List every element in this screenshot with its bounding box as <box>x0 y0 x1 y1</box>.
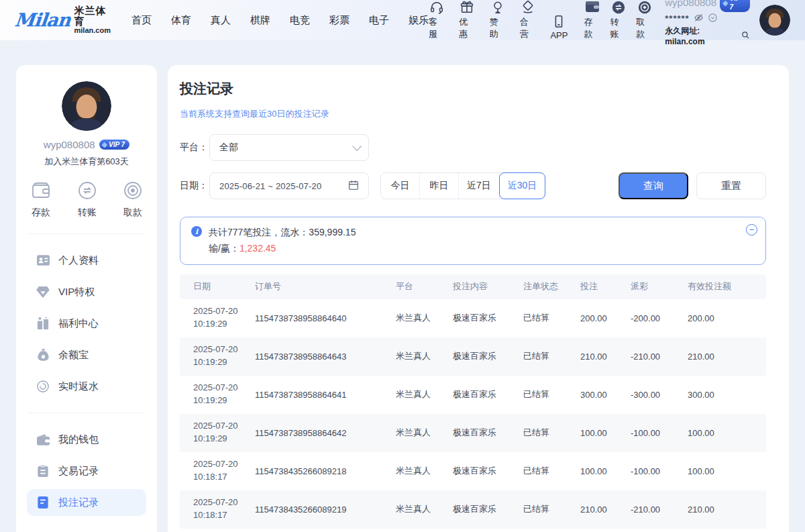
cell-platform: 米兰真人 <box>394 388 451 401</box>
topbar-username: wyp080808 <box>665 0 716 9</box>
cell-platform: 米兰真人 <box>394 350 451 362</box>
magnifier-icon[interactable] <box>741 31 750 43</box>
sidebar-item-rebate[interactable]: 实时返水 <box>27 373 146 400</box>
sidebar-divider <box>28 233 145 234</box>
sidebar-menu-group1: 个人资料 VIP特权 福利中心 余额宝 <box>27 237 146 410</box>
cell-content: 极速百家乐 <box>451 465 522 477</box>
loss-win-value: 1,232.45 <box>239 243 276 254</box>
moneybag-icon <box>36 349 50 361</box>
sidebar-item-vip[interactable]: VIP特权 <box>27 278 146 305</box>
cell-date: 2025-07-2010:19:29 <box>180 305 254 331</box>
sidebar-item-benefits[interactable]: 福利中心 <box>27 310 146 337</box>
nav-item-slots[interactable]: 电子 <box>369 14 389 27</box>
cell-content: 极速百家乐 <box>451 388 522 401</box>
phone-icon <box>551 14 566 29</box>
masked-balance: ****** <box>665 13 689 25</box>
cell-payout: -210.00 <box>629 504 686 515</box>
promotions-button[interactable]: 优惠 <box>459 0 475 40</box>
table-row[interactable]: 2025-07-2010:19:29 1154738738958864641 米… <box>180 376 766 414</box>
nav-item-esports[interactable]: 电竞 <box>290 14 310 27</box>
nav-item-sports[interactable]: 体育 <box>171 14 191 27</box>
cell-platform: 米兰真人 <box>394 465 451 477</box>
deposit-button[interactable]: 存款 <box>584 0 600 40</box>
site-logo[interactable]: Milan 米兰体育 milan.com <box>15 5 114 34</box>
table-row[interactable]: 2025-07-2010:19:29 1154738738958864643 米… <box>180 337 766 376</box>
nav-item-home[interactable]: 首页 <box>131 14 152 27</box>
sidebar-item-my-wallet[interactable]: 我的钱包 <box>27 426 146 453</box>
sidebar-transfer-button[interactable]: 转账 <box>78 181 97 219</box>
cell-order: 1154738738958864641 <box>254 390 394 400</box>
eye-off-icon[interactable] <box>694 13 704 25</box>
sidebar-item-transactions[interactable]: 交易记录 <box>27 458 146 484</box>
quick-date-last7[interactable]: 近7日 <box>459 173 500 199</box>
info-icon: i <box>191 226 202 237</box>
quick-date-last30[interactable]: 近30日 <box>499 172 546 199</box>
customer-service-button[interactable]: 客服 <box>429 0 445 40</box>
page-title: 投注记录 <box>180 80 766 98</box>
cell-bet: 100.00 <box>579 428 629 438</box>
table-row[interactable]: 2025-07-2010:19:29 1154738738958864640 米… <box>180 299 766 337</box>
topbar: Milan 米兰体育 milan.com 首页 体育 真人 棋牌 电竞 彩票 电… <box>0 0 805 40</box>
nav-item-live[interactable]: 真人 <box>211 14 231 27</box>
refresh-balance-icon[interactable] <box>708 13 718 25</box>
reset-button[interactable]: 重置 <box>696 172 766 199</box>
sidebar-deposit-button[interactable]: 存款 <box>31 181 51 219</box>
partnership-button[interactable]: 合营 <box>520 0 536 40</box>
vip-gem-icon: ◆ <box>722 0 728 7</box>
vip-icon <box>36 286 50 298</box>
deposit-icon <box>31 181 51 202</box>
transfer-icon <box>611 0 626 15</box>
vip-badge: ◆VIP 7 <box>720 0 750 12</box>
cell-date: 2025-07-2010:19:29 <box>180 343 254 369</box>
withdraw-button[interactable]: 取款 <box>636 0 653 40</box>
cell-valid: 100.00 <box>686 466 766 476</box>
headset-icon <box>429 0 444 15</box>
col-header-payout: 派彩 <box>629 280 686 292</box>
date-range-input[interactable]: 2025-06-21 ~ 2025-07-20 <box>209 172 369 199</box>
quick-date-group: 今日 昨日 近7日 近30日 <box>380 172 545 199</box>
quick-date-yesterday[interactable]: 昨日 <box>420 173 459 199</box>
table-row[interactable]: 2025-07-2010:19:29 1154738738958864642 米… <box>180 414 766 452</box>
nav-item-cards[interactable]: 棋牌 <box>250 14 270 27</box>
nav-item-entertainment[interactable]: 娱乐 <box>409 14 429 27</box>
table-row[interactable]: 2025-07-2010:18:17 1154738435266089219 米… <box>180 490 766 529</box>
col-header-valid: 有效投注额 <box>686 280 766 292</box>
summary-line2: 输/赢：1,232.45 <box>209 241 356 257</box>
cell-platform: 米兰真人 <box>394 312 451 324</box>
cell-status: 已结算 <box>522 312 579 324</box>
quick-date-today[interactable]: 今日 <box>381 173 420 199</box>
topbar-avatar[interactable] <box>759 5 790 36</box>
sidebar-divider <box>28 413 145 413</box>
transfer-icon <box>78 181 97 202</box>
sidebar-avatar[interactable] <box>62 81 111 131</box>
query-button[interactable]: 查询 <box>619 172 688 199</box>
logo-cn-text: 米兰体育 <box>74 5 114 27</box>
chevron-down-icon <box>352 142 362 151</box>
cell-payout: -100.00 <box>629 466 686 476</box>
cell-date: 2025-07-2010:18:17 <box>180 496 254 522</box>
sidebar-item-yuebao[interactable]: 余额宝 <box>27 341 146 368</box>
cell-order: 1154738738958864643 <box>254 352 394 362</box>
sidebar-withdraw-button[interactable]: 取款 <box>123 181 142 219</box>
col-header-order: 订单号 <box>254 280 394 292</box>
sidebar-item-profile[interactable]: 个人资料 <box>27 247 146 274</box>
calendar-icon <box>348 180 359 193</box>
sidebar-item-betting-records[interactable]: 投注记录 <box>27 489 146 516</box>
collapse-summary-icon[interactable]: − <box>746 224 757 235</box>
table-header-row: 日期 订单号 平台 投注内容 注单状态 投注 派彩 有效投注额 <box>180 274 766 299</box>
platform-select[interactable]: 全部 <box>209 134 369 161</box>
sponsor-button[interactable]: 赞助 <box>490 0 506 40</box>
loss-win-label: 输/赢： <box>209 243 239 254</box>
sidebar-username: wyp080808 <box>44 139 95 150</box>
col-header-status: 注单状态 <box>522 280 579 292</box>
nav-item-lottery[interactable]: 彩票 <box>329 14 350 27</box>
logo-script-text: Milan <box>13 9 71 30</box>
date-range-value: 2025-06-21 ~ 2025-07-20 <box>219 181 348 191</box>
table-row[interactable]: 2025-07-2010:18:17 1154738435266089218 米… <box>180 452 766 490</box>
transfer-button[interactable]: 转账 <box>610 0 627 40</box>
cell-valid: 100.00 <box>686 428 766 438</box>
permanent-url-text: 永久网址: milan.com <box>665 26 739 47</box>
cell-bet: 200.00 <box>579 313 629 323</box>
app-download-button[interactable]: APP <box>550 14 568 40</box>
cell-date: 2025-07-2010:19:29 <box>180 382 254 407</box>
